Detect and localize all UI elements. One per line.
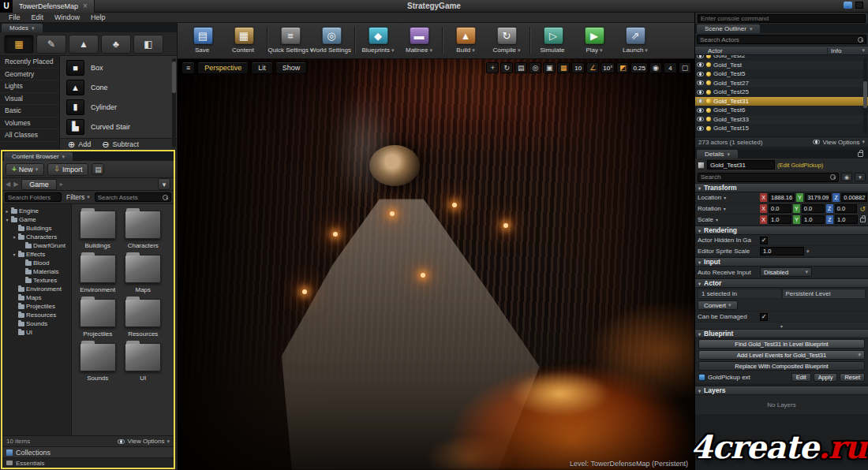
location-z-field[interactable]: 0.00882: [841, 193, 867, 202]
modes-scrollbar[interactable]: [172, 58, 176, 147]
tree-item-ui[interactable]: UI: [2, 328, 71, 337]
menu-edit[interactable]: Edit: [26, 13, 50, 21]
scrollbar-thumb[interactable]: [863, 81, 867, 108]
viewport-options-button[interactable]: ≡: [181, 62, 195, 74]
search-assets-input[interactable]: [95, 194, 163, 201]
rotation-label[interactable]: Rotation▾: [698, 205, 758, 212]
play-button[interactable]: Play▾: [574, 25, 615, 54]
folder-characters[interactable]: Characters: [121, 211, 166, 249]
apply-blueprint-button[interactable]: Apply: [814, 373, 838, 382]
tree-item-characters[interactable]: ▾Characters: [2, 233, 71, 241]
visibility-eye-icon[interactable]: [697, 90, 704, 95]
tree-item-projectiles[interactable]: Projectiles: [2, 302, 71, 311]
camera-speed-icon[interactable]: ◉: [649, 62, 662, 73]
tab-essentials[interactable]: Essentials: [2, 457, 174, 468]
matinee-button[interactable]: Matinee▾: [398, 25, 440, 54]
info-column-header[interactable]: Info▾: [827, 47, 868, 54]
camera-speed-value[interactable]: 4: [664, 62, 677, 73]
category-volumes[interactable]: Volumes: [0, 118, 59, 130]
outliner-row[interactable]: Gold_Test15: [695, 124, 868, 133]
find-in-level-blueprint-button[interactable]: Find Gold_Test31 in Level Blueprint: [698, 339, 865, 349]
spinner-icon[interactable]: ▾: [806, 248, 810, 255]
tree-item-effects[interactable]: ▾Effects: [2, 250, 71, 259]
collections-bar[interactable]: Collections: [2, 446, 174, 457]
surface-snap-icon[interactable]: ▣: [543, 62, 556, 73]
auto-receive-input-dropdown[interactable]: Disabled▾: [760, 267, 812, 277]
add-brush-radio[interactable]: ⊕Add: [68, 140, 91, 149]
section-header-actor[interactable]: ▾Actor: [695, 278, 868, 288]
launch-button[interactable]: Launch▾: [615, 25, 656, 54]
save-button[interactable]: Save: [182, 25, 223, 54]
maximize-icon[interactable]: ▢: [679, 62, 691, 73]
rotation-snap-value[interactable]: 10°: [600, 62, 615, 73]
outliner-row[interactable]: Gold_Test31: [695, 97, 868, 106]
rotate-tool-icon[interactable]: ↻: [500, 62, 513, 73]
lit-button[interactable]: Lit: [251, 62, 273, 74]
import-button[interactable]: ⇩Import: [47, 163, 88, 176]
menu-window[interactable]: Window: [49, 13, 85, 21]
outliner-row[interactable]: Gold_Test: [695, 61, 868, 70]
details-settings-icon[interactable]: ▾: [855, 173, 866, 181]
compile-button[interactable]: Compile▾: [486, 25, 527, 54]
chat-icon[interactable]: [844, 2, 852, 9]
tree-item-buildings[interactable]: Buildings: [2, 224, 71, 233]
folder-resources[interactable]: Resources: [121, 299, 166, 338]
viewport-scene[interactable]: [178, 59, 694, 470]
outliner-search-input[interactable]: [698, 36, 858, 43]
reset-blueprint-button[interactable]: Reset: [840, 373, 865, 382]
section-header-blueprint[interactable]: ▾Blueprint: [695, 329, 868, 338]
actor-column-header[interactable]: Actor: [695, 47, 827, 54]
folder-sounds[interactable]: Sounds: [75, 343, 121, 382]
rotation-snap-icon[interactable]: ∠: [586, 62, 599, 73]
tab-modes[interactable]: Modes▾: [2, 24, 43, 32]
twisty-icon[interactable]: ▾: [12, 252, 17, 257]
twisty-icon[interactable]: ▾: [12, 234, 17, 240]
actor-name-field[interactable]: [707, 160, 775, 170]
paint-mode-icon[interactable]: ✎: [36, 35, 66, 54]
scale-snap-icon[interactable]: ◩: [616, 62, 629, 73]
category-visual[interactable]: Visual: [0, 93, 59, 106]
outliner-row[interactable]: Gold_Test33: [695, 115, 868, 125]
tree-item-resources[interactable]: Resources: [2, 311, 71, 319]
category-recently-placed[interactable]: Recently Placed: [0, 56, 59, 69]
location-label[interactable]: Location▾: [698, 194, 758, 201]
category-basic[interactable]: Basic: [0, 105, 59, 118]
scale-z-field[interactable]: 1.0: [835, 215, 858, 224]
tab-content-browser[interactable]: Content Browser▾: [4, 152, 73, 161]
visibility-eye-icon[interactable]: [697, 117, 704, 121]
build-button[interactable]: Build▾: [445, 25, 486, 54]
add-level-events-button[interactable]: Add Level Events for Gold_Test31▾: [698, 350, 865, 360]
scale-tool-icon[interactable]: ▤: [514, 62, 527, 73]
visibility-eye-icon[interactable]: [697, 80, 704, 85]
scale-y-field[interactable]: 1.0: [802, 215, 825, 224]
details-search-input[interactable]: [698, 173, 830, 181]
tree-item-dwarfgrunt[interactable]: DwarfGrunt: [2, 241, 71, 250]
visibility-eye-icon[interactable]: [697, 55, 704, 58]
outliner-row[interactable]: Gold_Test25: [695, 88, 868, 97]
geometry-item-box[interactable]: ■Box: [60, 58, 177, 77]
outliner-row[interactable]: Gold_Test6: [695, 106, 868, 115]
grid-snap-icon[interactable]: ▦: [557, 62, 570, 73]
choose-path-icon[interactable]: ▾: [158, 178, 170, 190]
twisty-icon[interactable]: ▸: [5, 208, 9, 214]
geometry-item-cylinder[interactable]: ▮Cylinder: [60, 97, 177, 117]
tree-item-engine[interactable]: ▸Engine: [2, 207, 71, 215]
tab-scene-outliner[interactable]: Scene Outliner▾: [697, 24, 760, 33]
expand-advanced-button[interactable]: ▾: [695, 323, 868, 329]
persistent-level-label[interactable]: Persistent Level: [782, 289, 866, 299]
outliner-view-options-button[interactable]: View Options▾: [813, 139, 865, 146]
show-button[interactable]: Show: [275, 62, 308, 74]
scale-lock-icon[interactable]: [860, 218, 866, 222]
search-folders-input[interactable]: [6, 194, 61, 201]
place-mode-icon[interactable]: ▦: [4, 35, 34, 54]
filters-button[interactable]: Filters▾: [64, 193, 92, 201]
folder-projectiles[interactable]: Projectiles: [75, 299, 121, 338]
location-y-field[interactable]: 3179.09: [805, 193, 831, 202]
blueprints-button[interactable]: Blueprints▾: [357, 25, 398, 54]
section-header-rendering[interactable]: ▾Rendering: [695, 226, 868, 235]
quick-settings-button[interactable]: Quick Settings▾: [270, 25, 311, 54]
geometry-item-cone[interactable]: ▲Cone: [60, 77, 177, 97]
view-options-button[interactable]: View Options▾: [118, 438, 170, 445]
category-all-classes[interactable]: All Classes: [0, 129, 59, 142]
rotation-x-field[interactable]: 0.0: [769, 204, 791, 213]
